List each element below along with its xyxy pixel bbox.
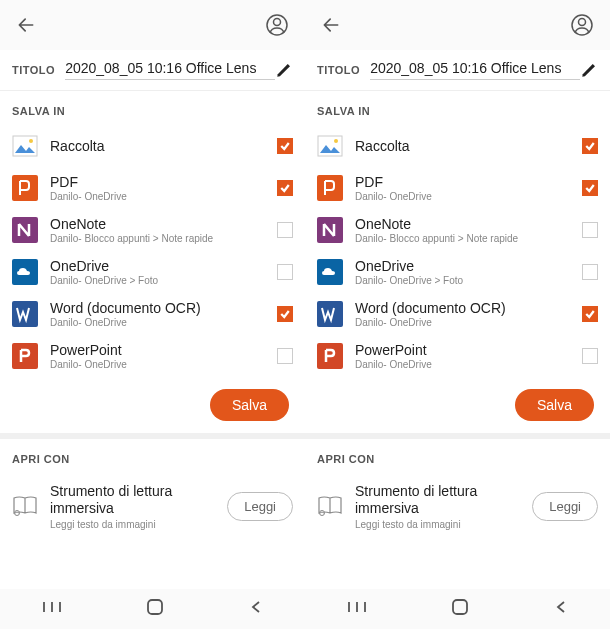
open-item-subtitle: Leggi testo da immagini [355, 519, 532, 530]
word-icon [317, 301, 343, 327]
save-item-pdf[interactable]: PDFDanilo- OneDrive [0, 167, 305, 209]
save-item-checkbox[interactable] [277, 180, 293, 196]
save-item-subtitle: Danilo- OneDrive [355, 359, 582, 370]
save-item-title: Word (documento OCR) [355, 300, 582, 316]
save-item-onenote[interactable]: OneNoteDanilo- Blocco appunti > Note rap… [305, 209, 610, 251]
save-item-subtitle: Danilo- OneDrive [50, 191, 277, 202]
svg-rect-20 [317, 175, 343, 201]
save-item-title: OneNote [50, 216, 277, 232]
open-with-label: APRI CON [0, 439, 305, 473]
save-item-title: OneDrive [355, 258, 582, 274]
save-item-subtitle: Danilo- OneDrive [50, 359, 277, 370]
svg-point-16 [579, 19, 586, 26]
save-item-subtitle: Danilo- OneDrive [355, 317, 582, 328]
onenote-icon [12, 217, 38, 243]
profile-icon[interactable] [570, 13, 594, 37]
recent-apps-button[interactable] [42, 600, 62, 618]
svg-point-19 [334, 139, 338, 143]
save-item-subtitle: Danilo- OneDrive [355, 191, 582, 202]
save-item-onedrive[interactable]: OneDriveDanilo- OneDrive > Foto [0, 251, 305, 293]
save-item-gallery[interactable]: Raccolta [305, 125, 610, 167]
title-input[interactable]: 2020_08_05 10:16 Office Lens [65, 60, 275, 80]
svg-rect-8 [12, 301, 38, 327]
save-item-title: PDF [355, 174, 582, 190]
save-item-title: Raccolta [50, 138, 277, 154]
save-item-checkbox[interactable] [277, 222, 293, 238]
gallery-icon [317, 133, 343, 159]
home-button[interactable] [146, 598, 164, 620]
home-button[interactable] [451, 598, 469, 620]
profile-icon[interactable] [265, 13, 289, 37]
save-button[interactable]: Salva [515, 389, 594, 421]
svg-point-1 [274, 19, 281, 26]
save-item-subtitle: Danilo- OneDrive > Foto [50, 275, 277, 286]
back-icon[interactable] [16, 15, 36, 35]
save-item-subtitle: Danilo- OneDrive > Foto [355, 275, 582, 286]
recent-apps-button[interactable] [347, 600, 367, 618]
svg-point-4 [29, 139, 33, 143]
book-icon [12, 493, 38, 519]
open-with-label: APRI CON [305, 439, 610, 473]
open-item-immersive-reader: Strumento di lettura immersivaLeggi test… [0, 473, 305, 540]
title-label: TITOLO [12, 64, 55, 76]
save-item-title: Word (documento OCR) [50, 300, 277, 316]
back-icon[interactable] [321, 15, 341, 35]
svg-rect-5 [12, 175, 38, 201]
save-item-checkbox[interactable] [277, 138, 293, 154]
save-item-word[interactable]: Word (documento OCR)Danilo- OneDrive [0, 293, 305, 335]
title-input[interactable]: 2020_08_05 10:16 Office Lens [370, 60, 580, 80]
svg-rect-14 [148, 600, 162, 614]
powerpoint-icon [12, 343, 38, 369]
powerpoint-icon [317, 343, 343, 369]
word-icon [12, 301, 38, 327]
book-icon [317, 493, 343, 519]
pdf-icon [12, 175, 38, 201]
save-item-title: OneNote [355, 216, 582, 232]
save-item-title: Raccolta [355, 138, 582, 154]
open-item-title: Strumento di lettura immersiva [355, 483, 532, 517]
gallery-icon [12, 133, 38, 159]
open-item-immersive-reader: Strumento di lettura immersivaLeggi test… [305, 473, 610, 540]
save-item-checkbox[interactable] [582, 306, 598, 322]
onedrive-icon [12, 259, 38, 285]
edit-icon[interactable] [580, 61, 598, 79]
save-item-checkbox[interactable] [582, 138, 598, 154]
save-item-checkbox[interactable] [277, 306, 293, 322]
save-item-title: PDF [50, 174, 277, 190]
save-item-powerpoint[interactable]: PowerPointDanilo- OneDrive [305, 335, 610, 377]
open-item-subtitle: Leggi testo da immagini [50, 519, 227, 530]
save-item-subtitle: Danilo- OneDrive [50, 317, 277, 328]
save-button[interactable]: Salva [210, 389, 289, 421]
save-item-subtitle: Danilo- Blocco appunti > Note rapide [50, 233, 277, 244]
pdf-icon [317, 175, 343, 201]
save-item-checkbox[interactable] [277, 264, 293, 280]
save-item-onenote[interactable]: OneNoteDanilo- Blocco appunti > Note rap… [0, 209, 305, 251]
save-item-powerpoint[interactable]: PowerPointDanilo- OneDrive [0, 335, 305, 377]
read-button[interactable]: Leggi [532, 492, 598, 521]
nav-back-button[interactable] [249, 600, 263, 618]
save-item-checkbox[interactable] [277, 348, 293, 364]
save-item-title: PowerPoint [355, 342, 582, 358]
save-item-gallery[interactable]: Raccolta [0, 125, 305, 167]
save-in-label: SALVA IN [305, 91, 610, 125]
save-in-label: SALVA IN [0, 91, 305, 125]
save-item-checkbox[interactable] [582, 222, 598, 238]
read-button[interactable]: Leggi [227, 492, 293, 521]
save-item-title: PowerPoint [50, 342, 277, 358]
nav-back-button[interactable] [554, 600, 568, 618]
onedrive-icon [317, 259, 343, 285]
edit-icon[interactable] [275, 61, 293, 79]
save-item-checkbox[interactable] [582, 180, 598, 196]
save-item-word[interactable]: Word (documento OCR)Danilo- OneDrive [305, 293, 610, 335]
open-item-title: Strumento di lettura immersiva [50, 483, 227, 517]
svg-rect-23 [317, 301, 343, 327]
android-navbar [305, 589, 610, 629]
save-item-checkbox[interactable] [582, 348, 598, 364]
save-item-checkbox[interactable] [582, 264, 598, 280]
title-label: TITOLO [317, 64, 360, 76]
save-item-pdf[interactable]: PDFDanilo- OneDrive [305, 167, 610, 209]
save-item-onedrive[interactable]: OneDriveDanilo- OneDrive > Foto [305, 251, 610, 293]
save-item-title: OneDrive [50, 258, 277, 274]
svg-rect-29 [453, 600, 467, 614]
onenote-icon [317, 217, 343, 243]
